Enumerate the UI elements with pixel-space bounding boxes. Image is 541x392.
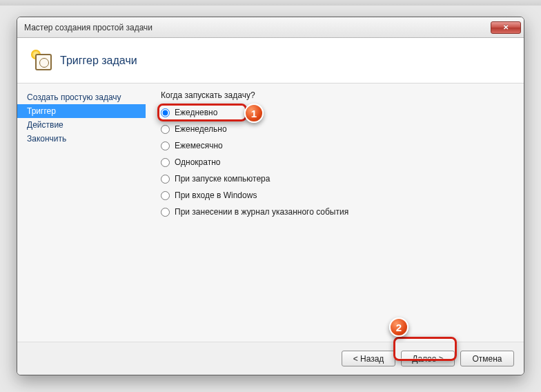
sidebar-item-create[interactable]: Создать простую задачу	[17, 90, 146, 104]
radio-monthly-label: Ежемесячно	[175, 141, 223, 150]
page-title: Триггер задачи	[60, 55, 137, 67]
cancel-button-label: Отмена	[472, 354, 502, 364]
radio-event-label: При занесении в журнал указанного событи…	[175, 207, 348, 217]
wizard-content: Когда запускать задачу? Ежедневно Еженед…	[146, 84, 524, 342]
radio-weekly-input[interactable]	[161, 125, 170, 134]
wizard-steps-sidebar: Создать простую задачу Триггер Действие …	[17, 84, 146, 342]
radio-startup-input[interactable]	[161, 175, 170, 184]
wizard-footer: < Назад Далее > Отмена	[17, 342, 524, 375]
window-title: Мастер создания простой задачи	[24, 23, 491, 32]
trigger-options-group: Ежедневно Еженедельно Ежемесячно Однокра…	[161, 107, 509, 217]
wizard-window: Мастер создания простой задачи ✕ Триггер…	[17, 17, 524, 375]
close-button[interactable]: ✕	[491, 21, 521, 34]
radio-once-label: Однократно	[175, 157, 221, 167]
radio-logon-label: При входе в Windows	[175, 190, 257, 200]
back-button[interactable]: < Назад	[342, 351, 395, 366]
radio-logon[interactable]: При входе в Windows	[161, 190, 509, 201]
sidebar-item-action[interactable]: Действие	[17, 118, 146, 132]
radio-once[interactable]: Однократно	[161, 157, 509, 168]
sidebar-item-finish[interactable]: Закончить	[17, 132, 146, 146]
radio-weekly[interactable]: Еженедельно	[161, 124, 509, 135]
radio-daily-input[interactable]	[161, 108, 170, 117]
radio-startup-label: При запуске компьютера	[175, 174, 270, 184]
radio-startup[interactable]: При запуске компьютера	[161, 173, 509, 184]
wizard-header: Триггер задачи	[17, 38, 524, 84]
next-button-label: Далее >	[412, 354, 444, 364]
radio-monthly-input[interactable]	[161, 141, 170, 150]
task-scheduler-icon	[31, 50, 53, 72]
radio-daily-label: Ежедневно	[175, 108, 217, 117]
radio-event-input[interactable]	[161, 208, 170, 217]
radio-weekly-label: Еженедельно	[175, 124, 227, 134]
cancel-button[interactable]: Отмена	[460, 351, 514, 366]
radio-logon-input[interactable]	[161, 191, 170, 200]
next-button[interactable]: Далее >	[401, 351, 455, 366]
back-button-label: < Назад	[353, 354, 384, 364]
radio-daily[interactable]: Ежедневно	[161, 107, 509, 118]
titlebar[interactable]: Мастер создания простой задачи ✕	[17, 17, 524, 38]
radio-monthly[interactable]: Ежемесячно	[161, 140, 509, 151]
sidebar-item-trigger[interactable]: Триггер	[17, 104, 146, 118]
radio-once-input[interactable]	[161, 158, 170, 167]
trigger-prompt: Когда запускать задачу?	[161, 90, 509, 100]
radio-event[interactable]: При занесении в журнал указанного событи…	[161, 206, 509, 217]
wizard-body: Создать простую задачу Триггер Действие …	[17, 84, 524, 342]
close-icon: ✕	[503, 23, 509, 31]
